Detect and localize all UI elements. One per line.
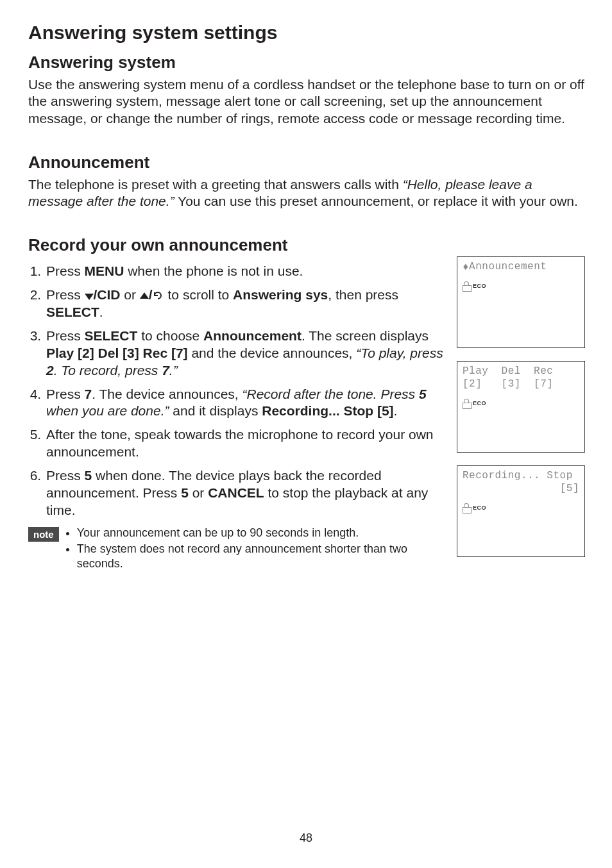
s4d3: when you are done.” — [46, 403, 169, 418]
s3c: to choose — [137, 328, 203, 343]
step-4: Press 7. The device announces, “Record a… — [45, 386, 444, 421]
note-badge: note — [28, 527, 59, 542]
s4f: Recording... Stop [5] — [262, 403, 393, 418]
note-list: Your announcement can be up to 90 second… — [65, 526, 444, 573]
lcd2-status-row: ECO — [463, 399, 579, 408]
s3d: Announcement — [203, 328, 302, 343]
note-item-1: Your announcement can be up to 90 second… — [77, 526, 444, 540]
s4d2: 5 — [419, 387, 427, 401]
lcd1-line1: ♦Announcement — [463, 261, 579, 272]
para-announcement: The telephone is preset with a greeting … — [28, 176, 586, 210]
steps-list: Press MENU when the phone is not in use.… — [28, 263, 444, 519]
up-arrow-icon — [140, 292, 149, 299]
lcd-column: ♦Announcement ECO Play Del Rec [2] [3] [… — [457, 256, 586, 570]
s4c: . The device announces, — [92, 387, 242, 401]
heading-record-own: Record your own announcement — [28, 235, 586, 255]
lcd2-row1: Play Del Rec — [463, 365, 579, 377]
lcd3-row2: [5] — [463, 483, 579, 494]
steps-column: Press MENU when the phone is not in use.… — [28, 259, 457, 573]
step-6: Press 5 when done. The device plays back… — [45, 467, 444, 519]
step2-a: Press — [46, 287, 85, 302]
lcd1-text: Announcement — [469, 261, 547, 272]
page-number: 48 — [0, 831, 612, 845]
step2-scroll: to scroll to — [164, 287, 233, 302]
step2-answering: Answering sys — [233, 287, 328, 302]
s3b: SELECT — [85, 328, 138, 343]
s6e: or — [189, 485, 208, 500]
lcd3-row1: Recording... Stop — [463, 470, 579, 481]
step2-dot: . — [99, 305, 103, 319]
s4d: “Record after the tone. Press — [242, 387, 418, 401]
lcd3-status-row: ECO — [463, 503, 579, 512]
s3f: Play [2] Del [3] Rec [7] — [46, 346, 188, 360]
step-2: Press /CID or / to scroll to Answering s… — [45, 287, 444, 321]
s3h4: 7 — [162, 363, 169, 378]
record-section-wrap: Press MENU when the phone is not in use.… — [28, 259, 586, 573]
s3h3: . To record, press — [54, 363, 162, 378]
lcd-screen-announcement: ♦Announcement ECO — [457, 256, 585, 348]
redial-icon — [153, 290, 164, 301]
note-item-2: The system does not record any announcem… — [77, 542, 444, 572]
step2-cid: /CID — [94, 287, 121, 302]
eco-label: ECO — [473, 505, 486, 511]
down-arrow-icon — [85, 294, 94, 300]
s3g: and the device announces, — [188, 346, 357, 360]
para-answering-system: Use the answering system menu of a cordl… — [28, 76, 586, 127]
s3h2: 2 — [46, 363, 54, 378]
page-title: Answering system settings — [28, 22, 586, 44]
s3h: “To play, press — [356, 346, 443, 360]
s4b: 7 — [85, 387, 92, 401]
step-5: After the tone, speak towards the microp… — [45, 426, 444, 461]
s3h5: .” — [169, 363, 178, 378]
step1-a: Press — [46, 263, 85, 278]
lock-icon — [463, 399, 470, 408]
step1-c: when the phone is not in use. — [124, 263, 303, 278]
step1-b: MENU — [85, 263, 124, 278]
step2-then: , then press — [328, 287, 398, 302]
step2-select: SELECT — [46, 305, 99, 319]
lcd-screen-play-del-rec: Play Del Rec [2] [3] [7] ECO — [457, 361, 585, 453]
s6b: 5 — [85, 468, 92, 483]
s4e: and it displays — [169, 403, 262, 418]
s3a: Press — [46, 328, 85, 343]
step2-or: or — [121, 287, 140, 302]
page-container: Answering system settings Answering syst… — [0, 0, 612, 868]
lcd1-status-row: ECO — [463, 281, 579, 290]
heading-answering-system: Answering system — [28, 53, 586, 72]
eco-label: ECO — [473, 400, 486, 406]
s4a: Press — [46, 387, 85, 401]
eco-label: ECO — [473, 283, 486, 289]
heading-announcement: Announcement — [28, 153, 586, 172]
lcd-screen-recording: Recording... Stop [5] ECO — [457, 465, 585, 557]
s3e: . The screen displays — [302, 328, 429, 343]
updown-icon: ♦ — [463, 262, 469, 272]
s6d: 5 — [181, 485, 189, 500]
lcd2-row2: [2] [3] [7] — [463, 378, 579, 390]
lock-icon — [463, 281, 470, 290]
step-1: Press MENU when the phone is not in use. — [45, 263, 444, 280]
step-3: Press SELECT to choose Announcement. The… — [45, 328, 444, 380]
lock-icon — [463, 503, 470, 512]
s6f: CANCEL — [208, 485, 264, 500]
announcement-text-pre: The telephone is preset with a greeting … — [28, 177, 403, 192]
announcement-text-post: You can use this preset announcement, or… — [174, 194, 578, 208]
note-block: note Your announcement can be up to 90 s… — [28, 526, 444, 573]
s4g: . — [394, 403, 398, 418]
s6a: Press — [46, 468, 85, 483]
